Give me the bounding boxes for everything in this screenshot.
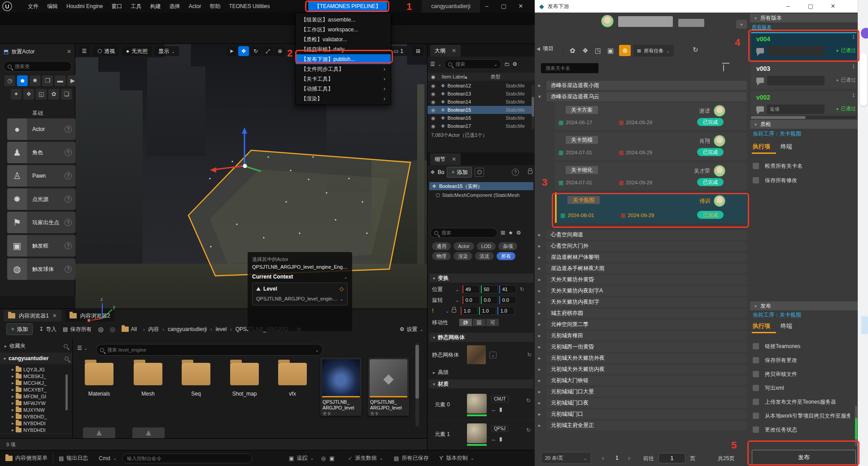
- collapse-icon[interactable]: ◀: [537, 46, 540, 51]
- tab-content-browser-1[interactable]: 内容浏览器1 ✕: [4, 310, 61, 322]
- outliner-row[interactable]: ◉ ❖ Boolean12 StaticMe: [427, 82, 532, 90]
- publish-button[interactable]: 发布: [752, 450, 856, 465]
- folder-tile[interactable]: [134, 363, 162, 385]
- level-asset-card[interactable]: QPSJTLNB_ARGJPO_level 关卡: [320, 357, 362, 416]
- rotate-tool-icon[interactable]: ↻: [250, 46, 261, 56]
- menu-item[interactable]: 选择: [169, 3, 180, 10]
- outliner-row[interactable]: ◉ ❖ Boolean16 StaticMe: [427, 114, 532, 122]
- place-actor-item[interactable]: ▣ 触发框 ?: [7, 235, 75, 257]
- help-icon[interactable]: ?: [512, 169, 519, 176]
- folder-tile[interactable]: [182, 363, 210, 385]
- all-versions-header[interactable]: ▾所有版本: [750, 13, 858, 22]
- console-input[interactable]: [126, 455, 248, 462]
- reset-icon[interactable]: ↻: [526, 397, 531, 404]
- menu-item[interactable]: 编辑: [47, 3, 58, 10]
- task-card[interactable]: 关卡方案 谢进 ▦2024-06-17 ▦2024-09-29 已完成: [555, 102, 747, 130]
- all-versions-link[interactable]: 所有版本: [752, 24, 772, 30]
- outliner-scrollbar[interactable]: [532, 84, 534, 129]
- layers-icon[interactable]: ❖: [582, 47, 588, 55]
- qc-check-item[interactable]: 检查所有关卡名: [753, 161, 856, 170]
- pipeline-menu-item[interactable]: 【文件同步工具】 ›: [296, 64, 391, 74]
- content-drawer-button[interactable]: 内容侧滑菜单: [0, 450, 53, 466]
- camera-speed-button[interactable]: ▭1: [389, 46, 407, 56]
- place-actor-item[interactable]: ✸ 点光源 ?: [7, 188, 75, 210]
- category-pill[interactable]: 流送: [475, 252, 494, 260]
- derived-data-dropdown[interactable]: ✓派生数据⌄: [343, 450, 388, 466]
- publish-section-header[interactable]: ▾发布: [750, 301, 858, 310]
- tree-scrollbar[interactable]: [65, 375, 68, 410]
- scale-y-field[interactable]: 1.0: [479, 307, 496, 315]
- help-icon[interactable]: ?: [65, 219, 72, 226]
- plugin-icon[interactable]: ◳: [595, 47, 601, 55]
- component-child-row[interactable]: ⬡ StaticMeshComponent (StaticMesh: [436, 191, 533, 199]
- static-mesh-thumbnail[interactable]: [467, 345, 486, 364]
- cb-search-input[interactable]: [106, 347, 313, 353]
- close-icon[interactable]: ✕: [67, 48, 71, 55]
- qc-tab-terminal[interactable]: 终端: [781, 143, 792, 151]
- qc-section-header[interactable]: ▾质检: [750, 120, 858, 129]
- current-page[interactable]: 1: [615, 455, 619, 461]
- level-row[interactable]: ▸ 元初城城门口夜: [538, 398, 747, 408]
- add-component-button[interactable]: +添加: [447, 167, 472, 178]
- import-button[interactable]: ↧导入: [39, 326, 57, 333]
- publish-check-item[interactable]: 上传发布文件至Teones服务器: [753, 397, 854, 406]
- eye-icon[interactable]: ◉: [431, 99, 436, 105]
- category-pill[interactable]: 物理: [432, 252, 451, 260]
- all-category-icon[interactable]: ❏: [61, 89, 72, 100]
- basic-category-icon[interactable]: ☻: [17, 75, 28, 86]
- blueprint-edit-icon[interactable]: ⬡: [475, 168, 484, 177]
- cinematic-category-icon[interactable]: ▬: [55, 75, 65, 86]
- place-actor-item[interactable]: ♙ Pawn ?: [7, 165, 75, 187]
- pub-close-button[interactable]: ✕: [824, 0, 842, 13]
- pipeline-menu-item[interactable]: 【质检】validator... ›: [296, 35, 391, 44]
- place-actor-item[interactable]: ● Actor ?: [7, 118, 75, 140]
- checkbox[interactable]: [753, 163, 759, 169]
- tree-folder-row[interactable]: ▸MFWJYW: [12, 400, 72, 406]
- checkbox[interactable]: [753, 343, 759, 349]
- version-card[interactable]: v004 1 ●已通过: [751, 32, 857, 60]
- task-card[interactable]: 关卡细化 吴才荣 ▦2024-07-01 ▦2024-09-29 已完成: [555, 162, 747, 190]
- star-icon[interactable]: ★: [508, 230, 513, 236]
- advanced-expander[interactable]: ▸高级: [429, 369, 533, 376]
- all-saved-button[interactable]: ▤所有已保存: [388, 450, 434, 466]
- reset-icon[interactable]: ↻: [519, 286, 524, 292]
- favorites-row[interactable]: ▸收藏夹: [0, 340, 72, 353]
- brush-icon[interactable]: ✿: [570, 47, 576, 55]
- level-row[interactable]: ▸ 崖边道树林尸体黎明: [538, 253, 747, 262]
- volumes-category-icon[interactable]: ◱: [36, 89, 47, 100]
- level-search[interactable]: [541, 63, 599, 74]
- perspective-dropdown[interactable]: ⬡透视: [93, 46, 119, 56]
- chevron-down-icon[interactable]: ⌄: [344, 274, 348, 279]
- project-root-row[interactable]: ▾cangyuantudier: [0, 353, 72, 364]
- version-card[interactable]: v003 1 ●已通过: [751, 63, 857, 89]
- revision-control-dropdown[interactable]: Ƴ版本控制⌄: [434, 450, 480, 466]
- place-actor-item[interactable]: ⚑ 玩家出生点 ?: [7, 212, 75, 233]
- publish-check-item[interactable]: 更改任务状态: [753, 425, 854, 434]
- outliner-row[interactable]: ◉ ❖ Boolean13 StaticMe: [427, 90, 532, 98]
- ue-minimize-button[interactable]: –: [479, 0, 494, 13]
- user-dropdown-button[interactable]: ▾: [736, 20, 747, 29]
- filter-icon[interactable]: ☰: [430, 61, 435, 67]
- shapes-category-icon[interactable]: ❒: [42, 75, 53, 86]
- search-icon[interactable]: [64, 344, 68, 348]
- level-row[interactable]: ▸ 元初城西一街黄昏: [538, 342, 747, 352]
- tab-details[interactable]: 细节✕: [430, 153, 461, 165]
- checkbox[interactable]: [753, 413, 759, 419]
- task-card[interactable]: 关卡简模 肖翔 ▦2024-07-01 ▦2024-09-29 已完成: [555, 132, 747, 160]
- tree-folder-row[interactable]: ▸NYBDHDI: [12, 420, 72, 427]
- screenshot-icon[interactable]: ▣: [327, 450, 336, 466]
- level-asset-card[interactable]: ◆ QPSJTLNB_ARGJPO_level 关卡: [368, 357, 409, 416]
- checkbox[interactable]: [753, 177, 759, 183]
- level-row[interactable]: ▸ 天外天赌坊内夜刻字: [538, 297, 747, 307]
- materials-section-header[interactable]: ▾材质: [429, 379, 533, 388]
- publish-tab-terminal[interactable]: 终端: [781, 322, 792, 330]
- mobility-static-button[interactable]: 静: [459, 318, 472, 327]
- mobility-movable-button[interactable]: 可: [486, 318, 499, 327]
- place-actor-search[interactable]: [4, 61, 72, 72]
- tree-folder-row[interactable]: ▸MJXYNW: [12, 406, 72, 413]
- pub-minimize-button[interactable]: –: [779, 0, 797, 13]
- select-tool-icon[interactable]: ➤: [226, 46, 237, 56]
- help-icon[interactable]: ?: [65, 266, 72, 273]
- publish-check-item[interactable]: 写出xml: [753, 383, 854, 392]
- world-mode-button[interactable]: ◍: [619, 45, 631, 56]
